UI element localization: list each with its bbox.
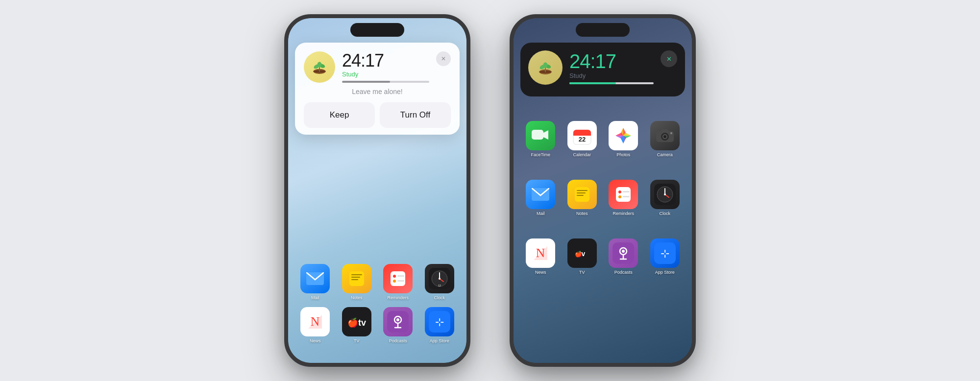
svg-point-39 [543,62,548,68]
svg-rect-8 [351,274,362,275]
app-tv-dark[interactable]: tv🍎 TV [565,238,600,275]
plant-avatar-light [304,51,335,83]
phone-right-screen: 24:17 Study ✕ FaceTime [514,18,692,363]
svg-rect-83 [612,242,634,264]
svg-text:22: 22 [579,136,586,143]
svg-rect-69 [623,191,630,192]
camera-icon [650,121,680,150]
progress-fill-dark [569,82,616,84]
podcasts-label-left: Podcasts [389,338,407,343]
app-clock-dark[interactable]: Clock [648,180,683,216]
progress-bar-light [342,81,429,83]
phone-left-screen: 24:17 Study ✕ Leave me alone! Keep Turn … [288,18,466,363]
mail-label-left: Mail [311,295,319,300]
tv-icon-dark: tv🍎 [567,238,597,268]
appstore-label-dark: App Store [655,270,675,275]
focus-card-dark: 24:17 Study ✕ [520,43,685,96]
facetime-icon [526,121,555,150]
notch-left [350,23,404,37]
svg-rect-67 [616,187,631,202]
mail-icon-dark [526,180,555,209]
app-clock-left[interactable]: 12 Clock [422,264,457,300]
svg-text:⊹: ⊹ [661,247,669,260]
phone-right: 24:17 Study ✕ FaceTime [510,14,696,367]
tv-icon-left: 🍎tv [342,307,371,336]
news-icon-left: N [300,307,330,336]
timer-time-light: 24:17 [342,52,429,70]
app-news-left[interactable]: N News [298,307,333,343]
notes-icon-dark [567,180,597,209]
timer-row-dark: 24:17 Study ✕ [528,50,677,85]
app-photos[interactable]: Photos [606,121,641,157]
plant-avatar-dark [528,50,563,85]
app-reminders-left[interactable]: Reminders [381,264,416,300]
tv-label-dark: TV [579,270,585,275]
svg-point-5 [318,62,322,67]
action-buttons: Keep Turn Off [304,102,451,128]
svg-rect-60 [662,129,668,133]
photos-label: Photos [616,152,630,157]
reminders-label-dark: Reminders [612,211,634,216]
progress-bar-dark [569,82,654,84]
app-camera[interactable]: Camera [648,121,683,157]
svg-rect-11 [391,271,405,286]
svg-point-76 [664,193,666,195]
app-row3-dark: N News tv🍎 TV Podcasts [514,238,692,275]
app-calendar[interactable]: 22 Calendar [565,121,600,157]
svg-rect-15 [397,280,404,282]
phones-container: 24:17 Study ✕ Leave me alone! Keep Turn … [0,4,980,377]
mail-icon-left [300,264,330,293]
svg-rect-7 [349,271,364,286]
app-podcasts-dark[interactable]: Podcasts [606,238,641,275]
svg-text:🍎: 🍎 [574,250,582,258]
phone-left: 24:17 Study ✕ Leave me alone! Keep Turn … [284,14,470,367]
timer-info-light: 24:17 Study [342,52,429,83]
podcasts-label-dark: Podcasts [614,270,633,275]
progress-fill-light [342,81,390,83]
app-tv-left[interactable]: 🍎tv TV [340,307,374,343]
timer-time-dark: 24:17 [569,51,654,71]
svg-rect-63 [575,187,589,202]
close-button-light[interactable]: ✕ [436,51,451,66]
leave-text: Leave me alone! [304,88,451,95]
app-appstore-left[interactable]: ⊹ App Store [422,307,457,343]
svg-point-29 [396,318,399,321]
svg-rect-9 [351,277,360,278]
reminders-icon-left [383,264,413,293]
news-icon-dark: N [526,238,555,268]
clock-icon-left: 12 [425,264,454,293]
app-mail-dark[interactable]: Mail [523,180,558,216]
timer-row-light: 24:17 Study ✕ [304,51,451,83]
app-news-dark[interactable]: N News [523,238,558,275]
calendar-label: Calendar [573,152,591,157]
podcasts-icon-dark [609,238,638,268]
reminders-icon-dark [609,180,638,209]
app-reminders-dark[interactable]: Reminders [606,180,641,216]
close-button-dark[interactable]: ✕ [661,50,677,67]
tv-label-left: TV [354,338,360,343]
keep-button[interactable]: Keep [304,102,375,128]
svg-text:🍎tv: 🍎tv [347,317,366,328]
app-facetime[interactable]: FaceTime [523,121,558,157]
mail-label-dark: Mail [537,211,545,216]
clock-label-dark: Clock [659,211,670,216]
clock-icon-dark [650,180,680,209]
svg-rect-13 [397,275,404,277]
app-notes-dark[interactable]: Notes [565,180,600,216]
app-podcasts-left[interactable]: Podcasts [381,307,416,343]
notes-label-left: Notes [351,295,363,300]
app-mail-left[interactable]: Mail [298,264,333,300]
camera-label: Camera [657,152,673,157]
calendar-icon: 22 [567,121,597,150]
svg-point-59 [663,135,666,138]
news-label-left: News [310,338,321,343]
svg-point-70 [618,195,621,198]
turn-off-button[interactable]: Turn Off [380,102,451,128]
appstore-label-left: App Store [430,338,449,343]
reminders-label-left: Reminders [387,295,409,300]
app-appstore-dark[interactable]: ⊹ App Store [648,238,683,275]
app-notes-left[interactable]: Notes [340,264,374,300]
svg-rect-40 [532,130,543,140]
news-label-dark: News [535,270,546,275]
appstore-icon-dark: ⊹ [650,238,680,268]
